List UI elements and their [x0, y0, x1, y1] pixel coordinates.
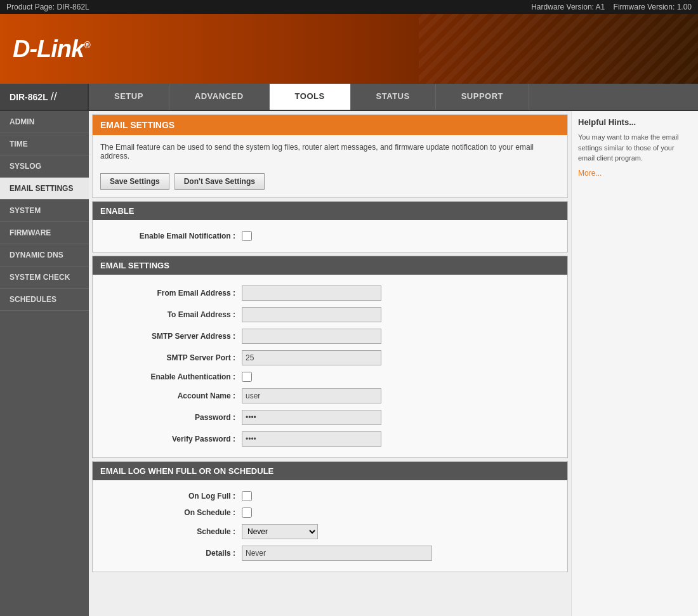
smtp-port-row: SMTP Server Port :: [93, 347, 567, 369]
on-log-full-checkbox[interactable]: [242, 491, 252, 501]
hints-text: You may want to make the email settings …: [578, 132, 692, 164]
to-email-input[interactable]: [242, 307, 381, 322]
enable-notification-label: Enable Email Notification :: [102, 232, 242, 240]
header: D-Link®: [0, 14, 698, 84]
enable-section-header: ENABLE: [93, 202, 567, 220]
from-email-input[interactable]: [242, 285, 381, 301]
verify-password-label: Verify Password :: [102, 435, 242, 443]
email-log-content: On Log Full : On Schedule : Schedule : N…: [93, 480, 567, 572]
hints-more-link[interactable]: More...: [578, 169, 692, 178]
enable-section-content: Enable Email Notification :: [93, 220, 567, 252]
enable-notification-row: Enable Email Notification :: [93, 228, 567, 244]
smtp-port-label: SMTP Server Port :: [102, 353, 242, 362]
from-email-row: From Email Address :: [93, 282, 567, 304]
sidebar-item-firmware[interactable]: FIRMWARE: [0, 222, 89, 244]
account-name-input[interactable]: [242, 388, 381, 403]
account-name-row: Account Name :: [93, 385, 567, 407]
to-email-label: To Email Address :: [102, 310, 242, 319]
on-schedule-checkbox[interactable]: [242, 508, 252, 518]
password-row: Password :: [93, 407, 567, 428]
tab-advanced[interactable]: ADVANCED: [169, 84, 270, 110]
details-input: Never: [242, 546, 432, 561]
smtp-server-input[interactable]: [242, 329, 381, 344]
sidebar-item-dynamic-dns[interactable]: DYNAMIC DNS: [0, 244, 89, 266]
on-schedule-row: On Schedule :: [93, 504, 567, 521]
account-name-label: Account Name :: [102, 391, 242, 400]
tab-support[interactable]: SUPPORT: [436, 84, 529, 110]
save-settings-button[interactable]: Save Settings: [100, 173, 169, 190]
tab-setup[interactable]: SETUP: [89, 84, 169, 110]
page-header: EMAIL SETTINGS The Email feature can be …: [92, 114, 568, 198]
email-settings-header: EMAIL SETTINGS: [93, 256, 567, 275]
page-title: EMAIL SETTINGS: [93, 115, 567, 135]
details-row: Details : Never: [93, 542, 567, 564]
sidebar-item-system[interactable]: SYSTEM: [0, 200, 89, 222]
smtp-port-input[interactable]: [242, 350, 381, 365]
schedule-label: Schedule :: [102, 527, 242, 536]
details-label: Details :: [102, 549, 242, 558]
content-area: EMAIL SETTINGS The Email feature can be …: [89, 111, 698, 616]
enable-auth-checkbox[interactable]: [242, 372, 252, 382]
email-settings-section: EMAIL SETTINGS From Email Address : To E…: [92, 256, 568, 458]
dont-save-settings-button[interactable]: Don't Save Settings: [174, 173, 265, 190]
sidebar-item-email-settings[interactable]: EMAIL SETTINGS: [0, 178, 89, 200]
email-log-section: EMAIL LOG WHEN FULL OR ON SCHEDULE On Lo…: [92, 461, 568, 572]
page-description: The Email feature can be used to send th…: [93, 135, 567, 168]
verify-password-input[interactable]: [242, 431, 381, 447]
on-schedule-label: On Schedule :: [102, 508, 242, 517]
sidebar-item-system-check[interactable]: SYSTEM CHECK: [0, 266, 89, 289]
schedule-row: Schedule : Never Always Daily Weekly: [93, 521, 567, 542]
to-email-row: To Email Address :: [93, 304, 567, 325]
sidebar-item-time[interactable]: TIME: [0, 133, 89, 155]
smtp-server-row: SMTP Server Address :: [93, 325, 567, 347]
on-log-full-label: On Log Full :: [102, 492, 242, 501]
button-row: Save Settings Don't Save Settings: [93, 168, 567, 197]
sidebar-item-syslog[interactable]: SYSLOG: [0, 155, 89, 178]
smtp-server-label: SMTP Server Address :: [102, 332, 242, 341]
logo: D-Link®: [13, 36, 90, 63]
hints-title: Helpful Hints...: [578, 117, 692, 127]
email-log-header: EMAIL LOG WHEN FULL OR ON SCHEDULE: [93, 462, 567, 480]
version-info: Hardware Version: A1 Firmware Version: 1…: [531, 3, 692, 11]
enable-notification-checkbox[interactable]: [242, 231, 252, 241]
enable-section: ENABLE Enable Email Notification :: [92, 201, 568, 252]
on-log-full-row: On Log Full :: [93, 488, 567, 504]
enable-auth-row: Enable Authentication :: [93, 369, 567, 385]
verify-password-row: Verify Password :: [93, 428, 567, 450]
password-input[interactable]: [242, 410, 381, 425]
hints-sidebar: Helpful Hints... You may want to make th…: [571, 111, 698, 616]
enable-auth-label: Enable Authentication :: [102, 372, 242, 381]
sidebar: ADMIN TIME SYSLOG EMAIL SETTINGS SYSTEM …: [0, 111, 89, 616]
product-label: Product Page: DIR-862L: [6, 3, 89, 11]
brand-tab: DIR-862L //: [0, 84, 89, 110]
tab-tools[interactable]: TOOLS: [270, 84, 351, 110]
password-label: Password :: [102, 413, 242, 422]
main-layout: ADMIN TIME SYSLOG EMAIL SETTINGS SYSTEM …: [0, 111, 698, 616]
top-bar: Product Page: DIR-862L Hardware Version:…: [0, 0, 698, 14]
sidebar-item-admin[interactable]: ADMIN: [0, 111, 89, 133]
nav-tabs: DIR-862L // SETUP ADVANCED TOOLS STATUS …: [0, 84, 698, 111]
main-content: EMAIL SETTINGS The Email feature can be …: [89, 111, 571, 616]
from-email-label: From Email Address :: [102, 289, 242, 298]
tab-status[interactable]: STATUS: [351, 84, 436, 110]
schedule-select[interactable]: Never Always Daily Weekly: [242, 524, 318, 539]
sidebar-item-schedules[interactable]: SCHEDULES: [0, 289, 89, 311]
email-settings-content: From Email Address : To Email Address : …: [93, 275, 567, 457]
